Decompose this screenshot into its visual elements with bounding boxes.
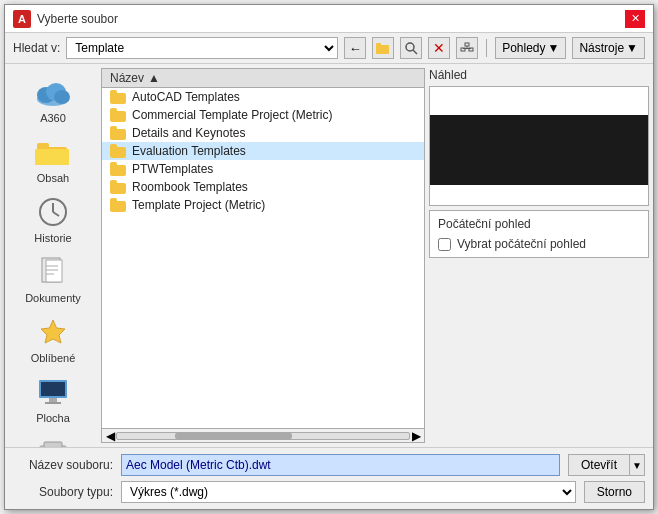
main-area: A360 Obsah	[5, 64, 653, 447]
folder-icon	[110, 162, 126, 176]
sidebar-item-documents[interactable]: Dokumenty	[13, 250, 93, 308]
toolbar: Hledat v: Template ← ✕	[5, 33, 653, 64]
folder-open-icon	[32, 134, 74, 170]
horizontal-scrollbar[interactable]: ◀ ▶	[102, 428, 424, 442]
initial-view-section: Počáteční pohled Vybrat počáteční pohled	[429, 210, 649, 258]
open-button[interactable]: Otevřít	[568, 454, 629, 476]
scroll-right-btn[interactable]: ▶	[410, 429, 422, 443]
list-item[interactable]: Template Project (Metric)	[102, 196, 424, 214]
list-item[interactable]: Commercial Template Project (Metric)	[102, 106, 424, 124]
svg-marker-24	[41, 320, 65, 343]
sidebar-item-favorites[interactable]: Oblíbené	[13, 310, 93, 368]
list-item[interactable]: Roombook Templates	[102, 178, 424, 196]
scrollbar-thumb[interactable]	[175, 433, 292, 439]
checkbox-label: Vybrat počáteční pohled	[457, 237, 586, 251]
svg-point-2	[406, 43, 414, 51]
folder-icon	[110, 108, 126, 122]
file-list-container: Název ▲ AutoCAD Templates	[101, 68, 425, 443]
initial-view-checkbox[interactable]	[438, 238, 451, 251]
initial-view-title: Počáteční pohled	[438, 217, 640, 231]
documents-icon	[32, 254, 74, 290]
sidebar-label-history: Historie	[34, 232, 71, 244]
tools-btn[interactable]: Nástroje ▼	[572, 37, 645, 59]
file-panel: Název ▲ AutoCAD Templates	[101, 68, 425, 443]
search-nav-btn[interactable]	[400, 37, 422, 59]
svg-line-18	[53, 212, 59, 216]
preview-label: Náhled	[429, 68, 649, 82]
list-item[interactable]: Details and Keynotes	[102, 124, 424, 142]
svg-rect-0	[376, 45, 389, 54]
scrollbar-track[interactable]	[116, 432, 410, 440]
open-btn-group: Otevřít ▼	[568, 454, 645, 476]
star-icon	[32, 314, 74, 350]
dialog-title: Vyberte soubor	[37, 12, 118, 26]
preview-box	[429, 86, 649, 206]
folder-icon	[110, 198, 126, 212]
file-list-header[interactable]: Název ▲	[102, 69, 424, 88]
folder-icon	[110, 180, 126, 194]
filename-label: Název souboru:	[13, 458, 113, 472]
look-in-select[interactable]: Template	[66, 37, 338, 59]
filename-input[interactable]	[121, 454, 560, 476]
look-in-label: Hledat v:	[13, 41, 60, 55]
views-btn[interactable]: Pohledy ▼	[495, 37, 566, 59]
file-item-name: Roombook Templates	[132, 180, 248, 194]
sidebar: A360 Obsah	[9, 68, 97, 443]
file-item-name: AutoCAD Templates	[132, 90, 240, 104]
sidebar-label-documents: Dokumenty	[25, 292, 81, 304]
svg-rect-27	[49, 398, 57, 402]
sidebar-label-favorites: Oblíbené	[31, 352, 76, 364]
app-logo: A	[13, 10, 31, 28]
desktop-icon	[32, 374, 74, 410]
network-nav-btn[interactable]	[456, 37, 478, 59]
dialog: A Vyberte soubor ✕ Hledat v: Template ← …	[4, 4, 654, 510]
sidebar-item-desktop[interactable]: Plocha	[13, 370, 93, 428]
bottom-section: Název souboru: Otevřít ▼ Soubory typu: V…	[5, 447, 653, 509]
title-bar-left: A Vyberte soubor	[13, 10, 118, 28]
back-nav-btn[interactable]: ←	[344, 37, 366, 59]
svg-point-12	[54, 90, 70, 104]
svg-rect-6	[465, 43, 469, 46]
file-list: AutoCAD Templates Commercial Template Pr…	[102, 88, 424, 428]
file-item-name: Commercial Template Project (Metric)	[132, 108, 333, 122]
preview-panel: Náhled Počáteční pohled Vybrat počáteční…	[429, 68, 649, 443]
column-name-header: Název	[110, 71, 144, 85]
filetype-row: Soubory typu: Výkres (*.dwg) Storno	[13, 481, 645, 503]
list-item-highlighted[interactable]: Evaluation Templates	[102, 142, 424, 160]
views-chevron: ▼	[548, 41, 560, 55]
file-item-name: PTWTemplates	[132, 162, 213, 176]
file-item-name: Template Project (Metric)	[132, 198, 265, 212]
tools-chevron: ▼	[626, 41, 638, 55]
filename-row: Název souboru: Otevřít ▼	[13, 454, 645, 476]
views-label: Pohledy	[502, 41, 545, 55]
toolbar-divider	[486, 39, 487, 57]
list-item[interactable]: AutoCAD Templates	[102, 88, 424, 106]
filetype-select[interactable]: Výkres (*.dwg)	[121, 481, 576, 503]
clock-icon	[32, 194, 74, 230]
svg-rect-20	[46, 260, 62, 282]
folder-nav-btn[interactable]	[372, 37, 394, 59]
folder-icon	[110, 126, 126, 140]
svg-rect-15	[35, 149, 69, 165]
file-item-name: Details and Keynotes	[132, 126, 245, 140]
sidebar-label-desktop: Plocha	[36, 412, 70, 424]
scroll-left-btn[interactable]: ◀	[104, 429, 116, 443]
open-dropdown-btn[interactable]: ▼	[629, 454, 645, 476]
tools-label: Nástroje	[579, 41, 624, 55]
list-item[interactable]: PTWTemplates	[102, 160, 424, 178]
sidebar-item-history[interactable]: Historie	[13, 190, 93, 248]
folder-icon	[110, 144, 126, 158]
cloud-icon	[32, 74, 74, 110]
column-sort-icon: ▲	[148, 71, 160, 85]
svg-line-3	[413, 50, 417, 54]
title-bar: A Vyberte soubor ✕	[5, 5, 653, 33]
svg-rect-26	[41, 382, 65, 396]
svg-rect-28	[45, 402, 61, 404]
sidebar-label-a360: A360	[40, 112, 66, 124]
sidebar-item-content[interactable]: Obsah	[13, 130, 93, 188]
close-button[interactable]: ✕	[625, 10, 645, 28]
sidebar-item-a360[interactable]: A360	[13, 70, 93, 128]
cancel-button[interactable]: Storno	[584, 481, 645, 503]
sidebar-item-ftp[interactable]: FTP	[13, 430, 93, 447]
delete-nav-btn[interactable]: ✕	[428, 37, 450, 59]
